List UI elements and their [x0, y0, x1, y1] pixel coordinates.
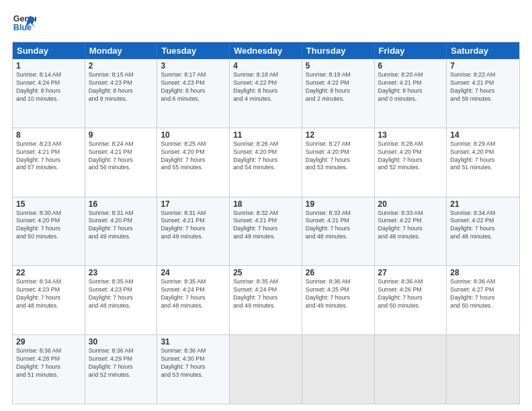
day-number: 4: [233, 61, 298, 71]
calendar-cell: 7Sunrise: 8:22 AMSunset: 4:21 PMDaylight…: [447, 59, 519, 128]
calendar-cell: [230, 335, 302, 404]
day-info: Sunrise: 8:36 AMSunset: 4:28 PMDaylight:…: [16, 347, 81, 379]
calendar-row-3: 15Sunrise: 8:30 AMSunset: 4:20 PMDayligh…: [13, 197, 519, 267]
day-number: 26: [306, 268, 371, 277]
calendar-cell: 30Sunrise: 8:36 AMSunset: 4:29 PMDayligh…: [85, 335, 158, 404]
day-info: Sunrise: 8:30 AMSunset: 4:20 PMDaylight:…: [16, 210, 81, 242]
day-number: 30: [89, 337, 154, 347]
day-info: Sunrise: 8:33 AMSunset: 4:22 PMDaylight:…: [378, 210, 443, 242]
day-info: Sunrise: 8:29 AMSunset: 4:20 PMDaylight:…: [450, 140, 516, 173]
calendar-cell: 24Sunrise: 8:35 AMSunset: 4:24 PMDayligh…: [157, 266, 230, 334]
calendar-cell: 17Sunrise: 8:31 AMSunset: 4:21 PMDayligh…: [157, 197, 230, 266]
day-number: 22: [16, 268, 81, 277]
calendar-cell: 13Sunrise: 8:28 AMSunset: 4:20 PMDayligh…: [375, 128, 447, 197]
day-number: 2: [89, 61, 154, 71]
day-number: 6: [378, 61, 443, 71]
day-info: Sunrise: 8:25 AMSunset: 4:20 PMDaylight:…: [161, 140, 226, 173]
day-number: 15: [16, 199, 81, 209]
day-info: Sunrise: 8:35 AMSunset: 4:24 PMDaylight:…: [161, 278, 226, 310]
header: General Blue: [12, 11, 520, 35]
day-number: 14: [450, 130, 516, 140]
calendar-cell: 16Sunrise: 8:31 AMSunset: 4:20 PMDayligh…: [85, 197, 158, 266]
calendar-cell: 15Sunrise: 8:30 AMSunset: 4:20 PMDayligh…: [13, 197, 85, 266]
day-info: Sunrise: 8:18 AMSunset: 4:22 PMDaylight:…: [233, 71, 298, 103]
calendar-cell: 27Sunrise: 8:36 AMSunset: 4:26 PMDayligh…: [375, 266, 447, 334]
calendar-cell: 29Sunrise: 8:36 AMSunset: 4:28 PMDayligh…: [13, 335, 85, 404]
day-number: 23: [89, 268, 154, 277]
calendar-cell: 28Sunrise: 8:36 AMSunset: 4:27 PMDayligh…: [447, 266, 519, 334]
day-info: Sunrise: 8:23 AMSunset: 4:21 PMDaylight:…: [16, 140, 81, 173]
day-number: 24: [161, 268, 226, 277]
day-info: Sunrise: 8:36 AMSunset: 4:27 PMDaylight:…: [450, 278, 516, 310]
calendar-cell: [447, 335, 519, 404]
day-number: 25: [233, 268, 298, 277]
calendar-cell: 23Sunrise: 8:35 AMSunset: 4:23 PMDayligh…: [85, 266, 158, 334]
calendar-cell: 22Sunrise: 8:34 AMSunset: 4:23 PMDayligh…: [13, 266, 85, 334]
day-info: Sunrise: 8:20 AMSunset: 4:21 PMDaylight:…: [378, 71, 443, 103]
day-info: Sunrise: 8:14 AMSunset: 4:24 PMDaylight:…: [16, 71, 81, 103]
day-number: 12: [306, 130, 371, 140]
calendar-cell: 12Sunrise: 8:27 AMSunset: 4:20 PMDayligh…: [302, 128, 375, 197]
calendar-row-4: 22Sunrise: 8:34 AMSunset: 4:23 PMDayligh…: [13, 266, 519, 335]
day-number: 18: [233, 199, 298, 209]
day-info: Sunrise: 8:35 AMSunset: 4:24 PMDaylight:…: [233, 278, 298, 310]
calendar-cell: 31Sunrise: 8:36 AMSunset: 4:30 PMDayligh…: [157, 335, 230, 404]
calendar-cell: 1Sunrise: 8:14 AMSunset: 4:24 PMDaylight…: [13, 59, 85, 128]
day-info: Sunrise: 8:15 AMSunset: 4:23 PMDaylight:…: [89, 71, 154, 103]
day-info: Sunrise: 8:33 AMSunset: 4:21 PMDaylight:…: [306, 210, 371, 242]
calendar-cell: 20Sunrise: 8:33 AMSunset: 4:22 PMDayligh…: [375, 197, 447, 266]
day-of-week-friday: Friday: [375, 42, 447, 59]
day-info: Sunrise: 8:27 AMSunset: 4:20 PMDaylight:…: [306, 140, 371, 173]
calendar-cell: [375, 335, 447, 404]
day-info: Sunrise: 8:36 AMSunset: 4:25 PMDaylight:…: [306, 278, 371, 310]
day-number: 27: [378, 268, 443, 277]
calendar-cell: 5Sunrise: 8:19 AMSunset: 4:22 PMDaylight…: [302, 59, 375, 128]
day-of-week-wednesday: Wednesday: [230, 42, 302, 59]
day-number: 11: [233, 130, 298, 140]
day-info: Sunrise: 8:19 AMSunset: 4:22 PMDaylight:…: [306, 71, 371, 103]
day-number: 17: [161, 199, 226, 209]
day-info: Sunrise: 8:31 AMSunset: 4:20 PMDaylight:…: [89, 210, 154, 242]
calendar-cell: 10Sunrise: 8:25 AMSunset: 4:20 PMDayligh…: [157, 128, 230, 197]
logo-icon: General Blue: [12, 11, 36, 35]
day-number: 19: [306, 199, 371, 209]
calendar-cell: 8Sunrise: 8:23 AMSunset: 4:21 PMDaylight…: [13, 128, 85, 197]
day-number: 7: [450, 61, 516, 71]
day-info: Sunrise: 8:34 AMSunset: 4:22 PMDaylight:…: [450, 210, 516, 242]
day-number: 16: [89, 199, 154, 209]
day-number: 21: [450, 199, 516, 209]
day-info: Sunrise: 8:26 AMSunset: 4:20 PMDaylight:…: [233, 140, 298, 173]
calendar-cell: 26Sunrise: 8:36 AMSunset: 4:25 PMDayligh…: [302, 266, 375, 334]
calendar-cell: 25Sunrise: 8:35 AMSunset: 4:24 PMDayligh…: [230, 266, 302, 334]
day-of-week-saturday: Saturday: [447, 42, 519, 59]
day-number: 29: [16, 337, 81, 347]
day-number: 8: [16, 130, 81, 140]
day-info: Sunrise: 8:32 AMSunset: 4:21 PMDaylight:…: [233, 210, 298, 242]
calendar-cell: 4Sunrise: 8:18 AMSunset: 4:22 PMDaylight…: [230, 59, 302, 128]
calendar-header: SundayMondayTuesdayWednesdayThursdayFrid…: [13, 42, 519, 59]
calendar-cell: 21Sunrise: 8:34 AMSunset: 4:22 PMDayligh…: [447, 197, 519, 266]
day-of-week-tuesday: Tuesday: [157, 42, 230, 59]
day-of-week-sunday: Sunday: [13, 42, 85, 59]
day-number: 20: [378, 199, 443, 209]
day-number: 3: [161, 61, 226, 71]
day-info: Sunrise: 8:17 AMSunset: 4:23 PMDaylight:…: [161, 71, 226, 103]
day-info: Sunrise: 8:22 AMSunset: 4:21 PMDaylight:…: [450, 71, 516, 103]
calendar-cell: 6Sunrise: 8:20 AMSunset: 4:21 PMDaylight…: [375, 59, 447, 128]
calendar-cell: 11Sunrise: 8:26 AMSunset: 4:20 PMDayligh…: [230, 128, 302, 197]
day-info: Sunrise: 8:31 AMSunset: 4:21 PMDaylight:…: [161, 210, 226, 242]
day-number: 1: [16, 61, 81, 71]
day-info: Sunrise: 8:34 AMSunset: 4:23 PMDaylight:…: [16, 278, 81, 310]
calendar: SundayMondayTuesdayWednesdayThursdayFrid…: [12, 42, 520, 404]
day-info: Sunrise: 8:36 AMSunset: 4:26 PMDaylight:…: [378, 278, 443, 310]
page: General Blue SundayMondayTuesdayWednesda…: [0, 0, 532, 411]
calendar-body: 1Sunrise: 8:14 AMSunset: 4:24 PMDaylight…: [13, 59, 519, 404]
calendar-row-2: 8Sunrise: 8:23 AMSunset: 4:21 PMDaylight…: [13, 128, 519, 197]
day-number: 5: [306, 61, 371, 71]
calendar-cell: 14Sunrise: 8:29 AMSunset: 4:20 PMDayligh…: [447, 128, 519, 197]
calendar-cell: 19Sunrise: 8:33 AMSunset: 4:21 PMDayligh…: [302, 197, 375, 266]
day-info: Sunrise: 8:36 AMSunset: 4:29 PMDaylight:…: [89, 347, 154, 379]
day-of-week-thursday: Thursday: [302, 42, 375, 59]
calendar-cell: 3Sunrise: 8:17 AMSunset: 4:23 PMDaylight…: [157, 59, 230, 128]
logo: General Blue: [12, 11, 40, 35]
